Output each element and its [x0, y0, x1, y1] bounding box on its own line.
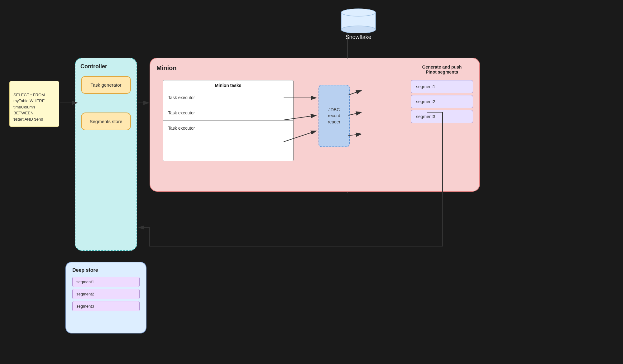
task-executor-row-1: Task executor	[163, 90, 293, 105]
minion-segment-1: segment1	[411, 80, 473, 93]
deep-segment-3: segment3	[72, 301, 140, 311]
task-executor-label-2: Task executor	[168, 110, 195, 115]
svg-point-2	[341, 9, 376, 16]
minion-segment-2: segment2	[411, 95, 473, 108]
minion-box: Minion Minion tasks Task executor Task e…	[150, 58, 480, 192]
snowflake-cylinder-icon	[340, 6, 377, 33]
controller-label: Controller	[80, 63, 132, 70]
diagram-canvas: Snowflake SELECT * FROM myTable WHERE ti…	[0, 0, 623, 364]
task-executor-row-3: Task executor	[163, 121, 293, 136]
minion-segment-3: segment3	[411, 110, 473, 123]
segments-store-box: Segments store	[81, 113, 131, 130]
deep-segment-1: segment1	[72, 277, 140, 287]
task-executor-label-1: Task executor	[168, 95, 195, 100]
svg-point-1	[341, 26, 376, 33]
segments-store-label: Segments store	[89, 119, 122, 124]
gen-push-label: Generate and push Pinot segments	[414, 65, 470, 74]
gen-push-text: Generate and push Pinot segments	[422, 65, 462, 74]
minion-segments-area: segment1 segment2 segment3	[411, 80, 473, 125]
deep-store-box: Deep store segment1 segment2 segment3	[65, 262, 146, 333]
sql-query-box: SELECT * FROM myTable WHERE timeColumn B…	[9, 81, 59, 127]
jdbc-reader-box: JDBC record reader	[319, 85, 350, 147]
deep-store-label: Deep store	[72, 267, 140, 273]
minion-tasks-header: Minion tasks	[163, 80, 293, 90]
task-executor-row-2: Task executor	[163, 105, 293, 121]
task-generator-label: Task generator	[90, 82, 121, 88]
controller-box: Controller Task generator Segments store	[75, 58, 137, 251]
snowflake-label: Snowflake	[330, 34, 386, 41]
snowflake-area: Snowflake	[330, 6, 386, 41]
minion-tasks-box: Minion tasks Task executor Task executor…	[163, 80, 294, 161]
deep-segment-2: segment2	[72, 289, 140, 299]
task-executor-label-3: Task executor	[168, 126, 195, 131]
sql-query-text: SELECT * FROM myTable WHERE timeColumn B…	[13, 93, 45, 122]
jdbc-label: JDBC record reader	[328, 107, 340, 125]
task-generator-box: Task generator	[81, 76, 131, 94]
